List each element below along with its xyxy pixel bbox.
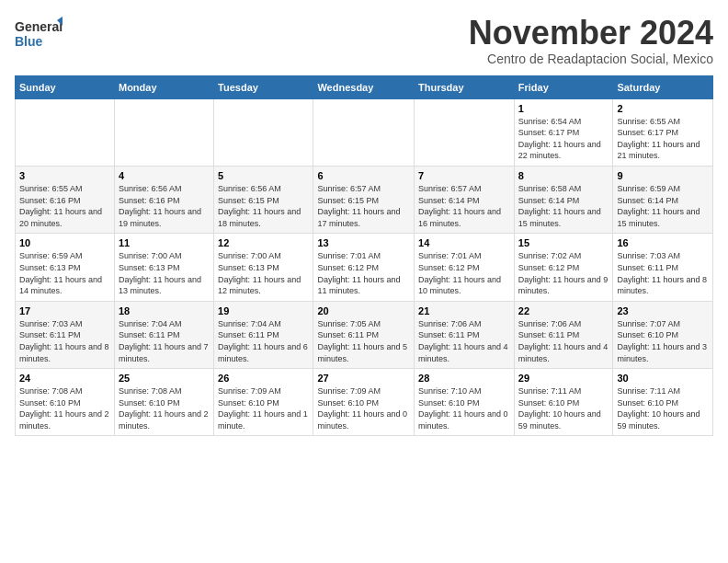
col-header-saturday: Saturday	[613, 75, 713, 98]
day-detail: Sunrise: 6:57 AM Sunset: 6:15 PM Dayligh…	[317, 183, 410, 229]
day-cell: 6Sunrise: 6:57 AM Sunset: 6:15 PM Daylig…	[313, 166, 415, 233]
day-cell: 12Sunrise: 7:00 AM Sunset: 6:13 PM Dayli…	[214, 234, 313, 301]
day-detail: Sunrise: 6:55 AM Sunset: 6:16 PM Dayligh…	[19, 183, 110, 229]
day-detail: Sunrise: 7:06 AM Sunset: 6:11 PM Dayligh…	[418, 318, 510, 364]
day-number: 28	[418, 373, 510, 384]
day-cell: 1Sunrise: 6:54 AM Sunset: 6:17 PM Daylig…	[514, 98, 613, 166]
day-detail: Sunrise: 7:04 AM Sunset: 6:11 PM Dayligh…	[119, 318, 210, 364]
day-cell: 25Sunrise: 7:08 AM Sunset: 6:10 PM Dayli…	[114, 369, 213, 436]
day-detail: Sunrise: 7:05 AM Sunset: 6:11 PM Dayligh…	[317, 318, 410, 364]
day-detail: Sunrise: 6:56 AM Sunset: 6:16 PM Dayligh…	[119, 183, 210, 229]
day-number: 15	[518, 237, 609, 248]
day-detail: Sunrise: 6:56 AM Sunset: 6:15 PM Dayligh…	[218, 183, 309, 229]
col-header-monday: Monday	[114, 75, 213, 98]
day-cell: 17Sunrise: 7:03 AM Sunset: 6:11 PM Dayli…	[16, 301, 115, 368]
day-detail: Sunrise: 7:03 AM Sunset: 6:11 PM Dayligh…	[19, 318, 110, 364]
day-cell: 30Sunrise: 7:11 AM Sunset: 6:10 PM Dayli…	[613, 369, 713, 436]
logo: General Blue	[15, 15, 88, 55]
day-cell: 7Sunrise: 6:57 AM Sunset: 6:14 PM Daylig…	[415, 166, 515, 233]
day-cell: 26Sunrise: 7:09 AM Sunset: 6:10 PM Dayli…	[214, 369, 313, 436]
day-cell: 21Sunrise: 7:06 AM Sunset: 6:11 PM Dayli…	[415, 301, 515, 368]
day-cell: 18Sunrise: 7:04 AM Sunset: 6:11 PM Dayli…	[114, 301, 213, 368]
day-number: 22	[518, 305, 609, 316]
day-number: 2	[617, 103, 709, 114]
day-cell: 2Sunrise: 6:55 AM Sunset: 6:17 PM Daylig…	[613, 98, 713, 166]
day-number: 10	[19, 237, 110, 248]
day-number: 11	[119, 237, 210, 248]
day-number: 7	[418, 170, 510, 181]
day-number: 29	[518, 373, 609, 384]
day-number: 25	[119, 373, 210, 384]
day-cell: 19Sunrise: 7:04 AM Sunset: 6:11 PM Dayli…	[214, 301, 313, 368]
day-cell: 29Sunrise: 7:11 AM Sunset: 6:10 PM Dayli…	[514, 369, 613, 436]
subtitle: Centro de Readaptacion Social, Mexico	[469, 52, 713, 66]
day-detail: Sunrise: 7:11 AM Sunset: 6:10 PM Dayligh…	[617, 385, 709, 431]
day-detail: Sunrise: 6:58 AM Sunset: 6:14 PM Dayligh…	[518, 183, 609, 229]
day-cell: 3Sunrise: 6:55 AM Sunset: 6:16 PM Daylig…	[16, 166, 115, 233]
day-number: 20	[317, 305, 410, 316]
week-row-2: 3Sunrise: 6:55 AM Sunset: 6:16 PM Daylig…	[16, 166, 713, 233]
day-cell	[313, 98, 415, 166]
day-cell	[16, 98, 115, 166]
day-cell: 5Sunrise: 6:56 AM Sunset: 6:15 PM Daylig…	[214, 166, 313, 233]
day-cell: 13Sunrise: 7:01 AM Sunset: 6:12 PM Dayli…	[313, 234, 415, 301]
col-header-wednesday: Wednesday	[313, 75, 415, 98]
day-number: 9	[617, 170, 709, 181]
day-detail: Sunrise: 7:03 AM Sunset: 6:11 PM Dayligh…	[617, 250, 709, 296]
logo-svg: General Blue	[15, 15, 88, 55]
day-cell: 11Sunrise: 7:00 AM Sunset: 6:13 PM Dayli…	[114, 234, 213, 301]
day-detail: Sunrise: 7:10 AM Sunset: 6:10 PM Dayligh…	[418, 385, 510, 431]
day-cell: 22Sunrise: 7:06 AM Sunset: 6:11 PM Dayli…	[514, 301, 613, 368]
header-row: SundayMondayTuesdayWednesdayThursdayFrid…	[16, 75, 713, 98]
week-row-3: 10Sunrise: 6:59 AM Sunset: 6:13 PM Dayli…	[16, 234, 713, 301]
month-title: November 2024	[469, 15, 713, 52]
calendar-table: SundayMondayTuesdayWednesdayThursdayFrid…	[15, 75, 713, 437]
day-number: 1	[518, 103, 609, 114]
day-number: 6	[317, 170, 410, 181]
day-cell: 28Sunrise: 7:10 AM Sunset: 6:10 PM Dayli…	[415, 369, 515, 436]
day-cell: 24Sunrise: 7:08 AM Sunset: 6:10 PM Dayli…	[16, 369, 115, 436]
day-detail: Sunrise: 7:01 AM Sunset: 6:12 PM Dayligh…	[418, 250, 510, 296]
day-detail: Sunrise: 7:00 AM Sunset: 6:13 PM Dayligh…	[119, 250, 210, 296]
day-detail: Sunrise: 7:09 AM Sunset: 6:10 PM Dayligh…	[218, 385, 309, 431]
day-number: 21	[418, 305, 510, 316]
day-detail: Sunrise: 6:59 AM Sunset: 6:13 PM Dayligh…	[19, 250, 110, 296]
day-detail: Sunrise: 6:57 AM Sunset: 6:14 PM Dayligh…	[418, 183, 510, 229]
svg-text:General: General	[15, 19, 63, 34]
day-cell: 15Sunrise: 7:02 AM Sunset: 6:12 PM Dayli…	[514, 234, 613, 301]
day-cell: 20Sunrise: 7:05 AM Sunset: 6:11 PM Dayli…	[313, 301, 415, 368]
day-cell: 10Sunrise: 6:59 AM Sunset: 6:13 PM Dayli…	[16, 234, 115, 301]
day-detail: Sunrise: 7:02 AM Sunset: 6:12 PM Dayligh…	[518, 250, 609, 296]
day-detail: Sunrise: 7:08 AM Sunset: 6:10 PM Dayligh…	[19, 385, 110, 431]
day-number: 5	[218, 170, 309, 181]
day-detail: Sunrise: 7:09 AM Sunset: 6:10 PM Dayligh…	[317, 385, 410, 431]
day-cell	[214, 98, 313, 166]
day-cell: 27Sunrise: 7:09 AM Sunset: 6:10 PM Dayli…	[313, 369, 415, 436]
day-number: 8	[518, 170, 609, 181]
day-number: 13	[317, 237, 410, 248]
day-number: 4	[119, 170, 210, 181]
day-cell: 16Sunrise: 7:03 AM Sunset: 6:11 PM Dayli…	[613, 234, 713, 301]
week-row-1: 1Sunrise: 6:54 AM Sunset: 6:17 PM Daylig…	[16, 98, 713, 166]
day-detail: Sunrise: 7:06 AM Sunset: 6:11 PM Dayligh…	[518, 318, 609, 364]
day-detail: Sunrise: 7:04 AM Sunset: 6:11 PM Dayligh…	[218, 318, 309, 364]
day-cell	[415, 98, 515, 166]
header: General Blue November 2024 Centro de Rea…	[15, 15, 713, 66]
day-detail: Sunrise: 7:08 AM Sunset: 6:10 PM Dayligh…	[119, 385, 210, 431]
day-number: 3	[19, 170, 110, 181]
title-area: November 2024 Centro de Readaptacion Soc…	[469, 15, 713, 66]
day-cell: 9Sunrise: 6:59 AM Sunset: 6:14 PM Daylig…	[613, 166, 713, 233]
day-detail: Sunrise: 6:59 AM Sunset: 6:14 PM Dayligh…	[617, 183, 709, 229]
day-cell: 14Sunrise: 7:01 AM Sunset: 6:12 PM Dayli…	[415, 234, 515, 301]
day-number: 23	[617, 305, 709, 316]
week-row-5: 24Sunrise: 7:08 AM Sunset: 6:10 PM Dayli…	[16, 369, 713, 436]
day-detail: Sunrise: 7:11 AM Sunset: 6:10 PM Dayligh…	[518, 385, 609, 431]
day-number: 18	[119, 305, 210, 316]
svg-text:Blue: Blue	[15, 34, 43, 49]
day-detail: Sunrise: 6:55 AM Sunset: 6:17 PM Dayligh…	[617, 116, 709, 162]
col-header-thursday: Thursday	[415, 75, 515, 98]
col-header-tuesday: Tuesday	[214, 75, 313, 98]
day-cell: 8Sunrise: 6:58 AM Sunset: 6:14 PM Daylig…	[514, 166, 613, 233]
col-header-sunday: Sunday	[16, 75, 115, 98]
day-cell: 23Sunrise: 7:07 AM Sunset: 6:10 PM Dayli…	[613, 301, 713, 368]
